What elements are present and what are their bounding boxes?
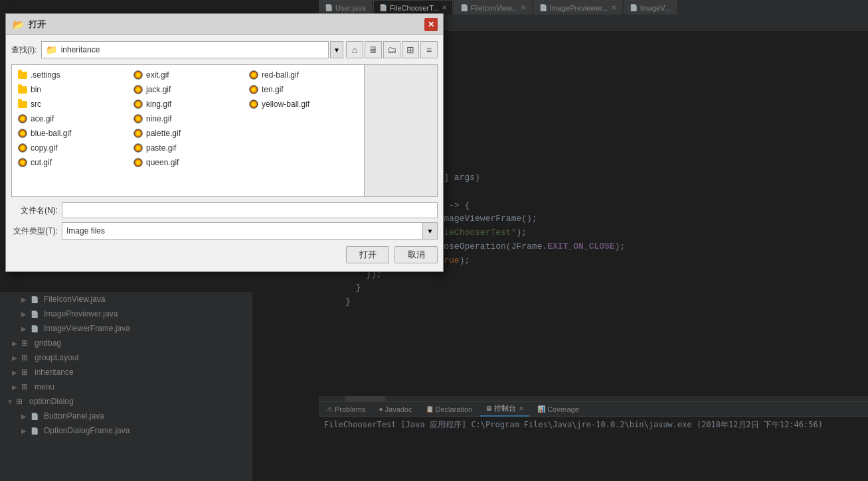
file-item-exit-gif[interactable]: exit.gif xyxy=(130,68,246,82)
gif-icon xyxy=(133,157,143,168)
location-bar: 查找(I): 📁 inheritance ▼ ⌂ 🖥 🗂 ⊞ ≡ xyxy=(11,40,438,59)
gif-icon xyxy=(17,143,28,153)
gif-icon xyxy=(17,128,28,139)
file-item-empty-1 xyxy=(246,111,361,126)
desktop-button[interactable]: 🖥 xyxy=(365,41,382,58)
gif-icon xyxy=(17,113,28,124)
gif-icon xyxy=(133,143,143,153)
location-label: 查找(I): xyxy=(11,44,37,56)
gif-icon xyxy=(248,99,259,109)
file-item-yellowball-gif[interactable]: yellow-ball.gif xyxy=(246,97,361,111)
gif-icon xyxy=(133,128,143,139)
file-list[interactable]: .settings exit.gif red-ball.gif xyxy=(11,64,365,197)
gif-icon xyxy=(248,84,259,95)
file-item-palette-gif[interactable]: palette.gif xyxy=(130,126,246,141)
file-item-nine-gif[interactable]: nine.gif xyxy=(130,111,246,126)
filetype-select-arrow[interactable]: ▼ xyxy=(423,222,438,240)
dialog-close-button[interactable]: ✕ xyxy=(424,18,438,31)
file-item-copy-gif[interactable]: copy.gif xyxy=(15,141,130,155)
file-list-area: .settings exit.gif red-ball.gif xyxy=(11,64,438,197)
file-item-blueball-gif[interactable]: blue-ball.gif xyxy=(15,126,130,141)
gif-icon xyxy=(133,99,143,109)
filetype-row: 文件类型(T): Image files ▼ xyxy=(11,222,438,240)
file-item-king-gif[interactable]: king.gif xyxy=(130,97,246,111)
dialog-body: 查找(I): 📁 inheritance ▼ ⌂ 🖥 🗂 ⊞ ≡ xyxy=(6,35,443,271)
folder-icon: 📁 xyxy=(46,44,57,55)
button-row: 打开 取消 xyxy=(11,243,438,266)
folder-icon xyxy=(17,99,28,109)
file-item-ace-gif[interactable]: ace.gif xyxy=(15,111,130,126)
file-grid: .settings exit.gif red-ball.gif xyxy=(15,68,361,170)
filename-input[interactable] xyxy=(62,202,438,218)
file-item-jack-gif[interactable]: jack.gif xyxy=(130,82,246,97)
gif-icon xyxy=(133,70,143,80)
file-item-redball-gif[interactable]: red-ball.gif xyxy=(246,68,361,82)
folder-icon xyxy=(17,70,28,80)
new-folder-button[interactable]: 🗂 xyxy=(383,41,400,58)
filetype-select[interactable]: Image files xyxy=(62,222,423,240)
file-item-queen-gif[interactable]: queen.gif xyxy=(130,155,246,170)
location-value: inheritance xyxy=(61,45,100,54)
file-chooser-dialog: 📂 打开 ✕ 查找(I): 📁 inheritance ▼ ⌂ 🖥 🗂 ⊞ ≡ xyxy=(5,13,444,272)
details-view-button[interactable]: ≡ xyxy=(420,41,438,58)
folder-icon xyxy=(17,84,28,95)
filename-label: 文件名(N): xyxy=(11,205,58,216)
file-item-paste-gif[interactable]: paste.gif xyxy=(130,141,246,155)
gif-icon xyxy=(17,157,28,168)
file-item-empty-2 xyxy=(246,126,361,141)
gif-icon xyxy=(133,84,143,95)
open-button[interactable]: 打开 xyxy=(346,246,389,263)
file-item-empty-4 xyxy=(246,155,361,170)
file-item-settings[interactable]: .settings xyxy=(15,68,130,82)
list-view-button[interactable]: ⊞ xyxy=(402,41,419,58)
file-item-empty-3 xyxy=(246,141,361,155)
location-combo[interactable]: 📁 inheritance xyxy=(41,41,329,58)
dialog-title-text: 打开 xyxy=(29,19,424,31)
file-preview-pane xyxy=(365,64,438,197)
home-button[interactable]: ⌂ xyxy=(346,41,363,58)
file-item-cut-gif[interactable]: cut.gif xyxy=(15,155,130,170)
dialog-title-icon: 📂 xyxy=(11,18,25,31)
file-item-ten-gif[interactable]: ten.gif xyxy=(246,82,361,97)
gif-icon xyxy=(248,70,259,80)
location-combo-arrow[interactable]: ▼ xyxy=(330,41,343,58)
toolbar-buttons: ⌂ 🖥 🗂 ⊞ ≡ xyxy=(346,41,438,58)
dialog-titlebar: 📂 打开 ✕ xyxy=(6,14,443,35)
gif-icon xyxy=(133,113,143,124)
filetype-label: 文件类型(T): xyxy=(11,226,58,237)
filename-row: 文件名(N): xyxy=(11,202,438,218)
cancel-button[interactable]: 取消 xyxy=(394,246,438,263)
file-item-src[interactable]: src xyxy=(15,97,130,111)
file-item-bin[interactable]: bin xyxy=(15,82,130,97)
